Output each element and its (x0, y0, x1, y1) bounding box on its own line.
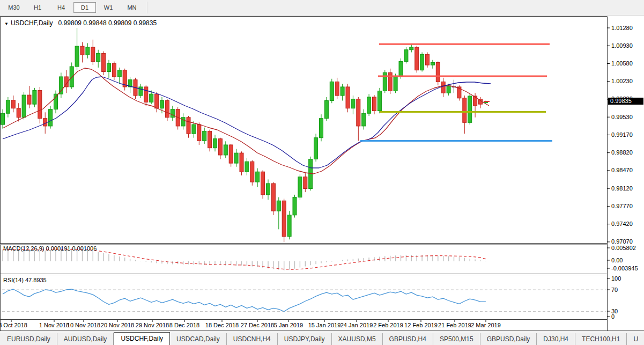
price-label: 1.01280 (611, 25, 642, 31)
macd-values: 0.000191 0.001006 (46, 245, 97, 252)
indicator-scale-label: 0.005802 (611, 245, 642, 251)
timeframe-button-mn[interactable]: MN (121, 2, 143, 13)
chart-tab-gbpusd-h4[interactable]: GBPUSD,H4 (383, 333, 433, 345)
date-label: 20 Nov 2018 (101, 322, 134, 328)
chart-window[interactable]: ▼USDCHF,Daily0.99809 0.99848 0.99809 0.9… (0, 16, 644, 331)
current-price-badge: 0.99835 (608, 98, 643, 105)
price-label: 0.98470 (611, 167, 642, 173)
date-label: 1 Nov 2018 (39, 322, 69, 328)
macd-label: MACD(12,26,9) 0.000191 0.001006 (3, 245, 97, 252)
chart-tab-tech100-h1[interactable]: TECH100,H1 (575, 333, 627, 345)
chart-tab-u[interactable]: U (627, 333, 644, 345)
date-label: 18 Dec 2018 (205, 322, 239, 328)
rsi-label: RSI(14) 47.8935 (3, 277, 47, 283)
chart-tab-usdcad-daily[interactable]: USDCAD,Daily (170, 333, 227, 345)
chart-canvas[interactable] (0, 16, 644, 332)
toolbar-separator (147, 2, 148, 13)
date-label: 21 Feb 2019 (438, 322, 471, 328)
timeframe-toolbar: M30H1H4D1W1MN (0, 0, 644, 16)
price-label: 0.99170 (611, 132, 642, 138)
price-label: 1.00230 (611, 78, 642, 84)
chart-tab-usdchf-daily[interactable]: USDCHF,Daily (114, 332, 170, 345)
date-label: 2 Mar 2019 (471, 322, 501, 328)
chart-tab-usdjpy-daily[interactable]: USDJPY,Daily (278, 333, 332, 345)
chart-tab-eurusd-daily[interactable]: EURUSD,Daily (0, 333, 57, 345)
price-label: 0.98120 (611, 186, 642, 192)
chart-tab-xauusd-m5[interactable]: XAUUSD,M5 (332, 333, 383, 345)
price-label: 0.97070 (611, 239, 642, 245)
mt4-window: M30H1H4D1W1MN ▼USDCHF,Daily0.99809 0.998… (0, 0, 644, 345)
date-label: 23 Oct 2018 (0, 322, 27, 328)
indicator-scale-label: 0.00 (611, 258, 642, 263)
price-label: 0.99530 (611, 114, 642, 120)
chevron-down-icon[interactable]: ▼ (4, 21, 9, 26)
chart-tab-gbpusd-daily[interactable]: GBPUSD,Daily (480, 333, 537, 345)
chart-tab-audusd-daily[interactable]: AUDUSD,Daily (57, 333, 114, 345)
indicator-scale-label: 100 (611, 276, 642, 282)
date-label: 12 Feb 2019 (404, 322, 438, 328)
date-label: 29 Nov 2018 (136, 322, 169, 328)
date-label: 15 Jan 2019 (308, 322, 341, 328)
price-label: 0.97770 (611, 203, 642, 209)
price-label: 0.97420 (611, 221, 642, 227)
rsi-value: 47.8935 (25, 277, 47, 283)
chart-tabbar: EURUSD,DailyAUDUSD,DailyUSDCHF,DailyUSDC… (0, 332, 644, 345)
date-label: 5 Jan 2019 (274, 322, 303, 328)
chart-tab-usdcnh-h4[interactable]: USDCNH,H4 (227, 333, 278, 345)
date-label: 27 Dec 2018 (241, 322, 274, 328)
date-label: 10 Nov 2018 (67, 322, 100, 328)
indicator-scale-label: 0 (611, 314, 642, 320)
timeframe-button-m30[interactable]: M30 (3, 2, 25, 13)
price-label: 1.00930 (611, 43, 642, 49)
timeframe-button-d1[interactable]: D1 (73, 2, 96, 13)
timeframe-button-w1[interactable]: W1 (97, 2, 120, 13)
timeframe-button-h1[interactable]: H1 (26, 2, 49, 13)
ohlc-quote: 0.99809 0.99848 0.99809 0.99835 (58, 19, 157, 27)
indicator-scale-label: 70 (611, 287, 642, 293)
date-label: 8 Dec 2018 (169, 322, 199, 328)
chart-tab-sp500-m15[interactable]: SP500,M15 (433, 333, 480, 345)
timeframe-button-h4[interactable]: H4 (50, 2, 72, 13)
price-label: 1.00580 (611, 61, 642, 67)
symbol-label: USDCHF,Daily (11, 19, 53, 27)
price-label: 0.98820 (611, 150, 642, 156)
chart-title: ▼USDCHF,Daily0.99809 0.99848 0.99809 0.9… (4, 19, 157, 27)
indicator-scale-label: -0.003945 (611, 266, 642, 271)
date-label: 24 Jan 2019 (340, 322, 373, 328)
date-label: 2 Feb 2019 (373, 322, 403, 328)
chart-tab-dj30-h4[interactable]: DJ30,H4 (537, 333, 575, 345)
